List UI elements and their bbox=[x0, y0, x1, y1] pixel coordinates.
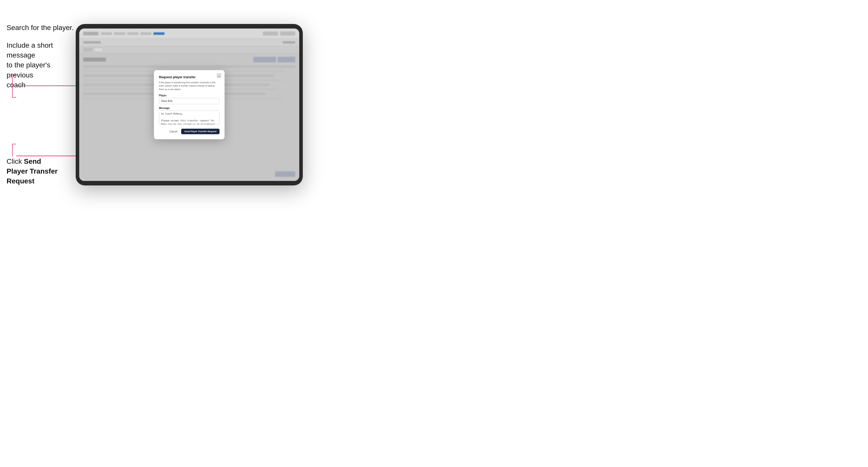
bracket-bottom-line bbox=[12, 144, 12, 156]
player-input[interactable] bbox=[159, 98, 219, 104]
message-label: Message bbox=[159, 107, 219, 110]
modal-title: Request player transfer bbox=[159, 75, 219, 79]
annotation-click: Click Send Player Transfer Request bbox=[6, 156, 62, 186]
transfer-modal: Request player transfer × If the player … bbox=[154, 70, 224, 139]
modal-close-button[interactable]: × bbox=[217, 74, 221, 78]
modal-description: If the player is transferring from anoth… bbox=[159, 81, 219, 91]
send-transfer-request-button[interactable]: Send Player Transfer Request bbox=[181, 129, 219, 134]
bracket-bottom-top bbox=[12, 144, 16, 144]
modal-overlay: Request player transfer × If the player … bbox=[79, 29, 299, 181]
annotation-message: Include a short message to the player's … bbox=[6, 40, 72, 90]
cancel-button[interactable]: Cancel bbox=[167, 129, 179, 134]
tablet-frame: Request player transfer × If the player … bbox=[76, 24, 303, 185]
tablet-screen: Request player transfer × If the player … bbox=[79, 29, 299, 181]
bracket-left-bottom bbox=[12, 97, 16, 98]
bracket-left-top bbox=[12, 75, 16, 75]
annotation-search: Search for the player. bbox=[6, 23, 74, 33]
modal-footer: Cancel Send Player Transfer Request bbox=[159, 129, 219, 134]
player-label: Player bbox=[159, 94, 219, 97]
bracket-left-line bbox=[12, 75, 12, 97]
message-textarea[interactable]: Hi Coach McHarg, Please accept this tran… bbox=[159, 111, 219, 125]
